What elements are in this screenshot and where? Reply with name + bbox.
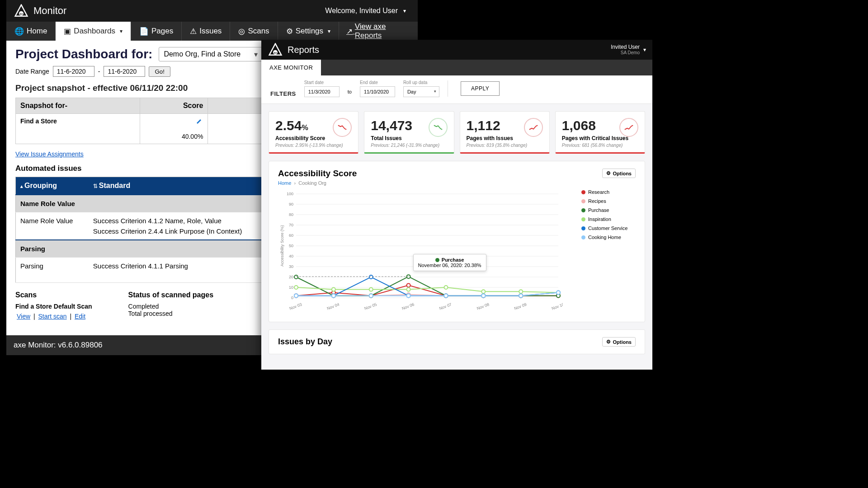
reports-window: ax Reports Invited User SA Demo ▾ AXE MO… [261,40,652,370]
snapshot-score: 40.00% [182,133,203,140]
view-axe-reports-link[interactable]: ↗ View axe Reports [339,22,418,41]
gear-icon: ⚙ [286,27,293,36]
svg-text:20: 20 [289,275,293,279]
svg-point-65 [519,290,523,293]
nav-pages[interactable]: 📄 Pages [131,22,182,41]
kpi-card[interactable]: 1,068Pages with Critical IssuesPrevious:… [555,111,645,154]
breadcrumb-home[interactable]: Home [278,180,291,186]
kpi-row: 2.54%Accessibility ScorePrevious: 2.95% … [261,104,652,161]
svg-text:70: 70 [289,223,293,227]
trend-sparkline-icon [333,118,352,137]
svg-point-80 [481,294,485,297]
chart-tooltip: Purchase November 06, 2020: 20.38% [413,254,486,271]
legend-item[interactable]: Purchase [581,207,636,213]
chevron-down-icon: ▾ [643,47,646,53]
go-button[interactable]: Go! [149,66,170,77]
snapshot-th-name[interactable]: Snapshot for- [16,98,140,114]
svg-point-51 [294,275,298,279]
end-date-label: End date [360,80,395,85]
kpi-card[interactable]: 2.54%Accessibility ScorePrevious: 2.95% … [269,111,359,154]
date-to-label: to [348,89,352,97]
legend-item[interactable]: Recipes [581,198,636,204]
scan-status-heading: Status of scanned pages [128,291,214,299]
reports-header: ax Reports Invited User SA Demo ▾ [261,40,652,60]
nav-dashboards[interactable]: ▣ Dashboards [56,22,131,41]
legend-item[interactable]: Research [581,189,636,195]
view-axe-reports-label: View axe Reports [355,22,410,40]
nav-scans[interactable]: ◎ Scans [230,22,278,41]
legend-item[interactable]: Inspiration [581,216,636,222]
reports-brand: Reports [288,45,319,55]
snapshot-name: Find a Store [16,114,140,144]
nav-issues[interactable]: ⚠ Issues [182,22,230,41]
issues-th-grouping[interactable]: Grouping [16,177,89,195]
svg-text:10: 10 [289,285,293,290]
issues-th-standard[interactable]: Standard [89,177,275,195]
line-chart[interactable]: 0102030405060708090100Nov 03Nov 04Nov 05… [278,189,563,311]
end-date-input[interactable] [360,86,395,97]
ax-logo-icon: ax [268,43,283,56]
welcome-text: Welcome, Invited User [325,7,398,15]
scan-start-link[interactable]: Start scan [38,313,67,320]
legend-dot-icon [581,226,585,230]
monitor-logo: ax Monitor [14,4,66,18]
nav-settings-label: Settings [296,27,323,36]
date-to-input[interactable] [104,66,145,77]
date-from-input[interactable] [53,66,94,77]
start-date-input[interactable] [304,86,340,97]
issues-by-day-title: Issues by Day [278,337,332,347]
svg-text:100: 100 [287,192,293,196]
monitor-header: ax Monitor Welcome, Invited User [6,0,418,22]
rollup-select[interactable]: Day [403,86,439,97]
cell-standard: Success Criterion 4.1.1 Parsing [89,258,275,283]
scans-heading: Scans [15,291,92,299]
welcome-dropdown[interactable]: Welcome, Invited User [325,7,410,15]
date-range-separator: - [98,68,100,75]
svg-point-59 [294,286,298,289]
issues-options-button[interactable]: Options [602,337,636,347]
kpi-previous: Previous: 819 (35.8% change) [467,143,543,148]
legend-item[interactable]: Cooking Home [581,235,636,240]
tab-axe-monitor[interactable]: AXE MONITOR [261,60,321,75]
nav-home[interactable]: 🌐 Home [6,22,56,41]
svg-text:40: 40 [289,254,293,258]
date-range-label: Date Range [15,68,49,75]
legend-item[interactable]: Customer Service [581,225,636,231]
gear-icon [606,339,611,345]
svg-text:50: 50 [289,244,293,248]
svg-text:Nov 03: Nov 03 [289,302,302,311]
project-select[interactable]: Demo Org, Find a Store [159,47,263,61]
svg-text:60: 60 [289,233,293,238]
svg-text:ax: ax [19,12,23,15]
user-org: SA Demo [611,50,640,56]
reports-tabs: AXE MONITOR [261,60,652,75]
cell-grouping: Name Role Value [16,212,89,240]
kpi-card[interactable]: 14,473Total IssuesPrevious: 21,246 (-31.… [364,111,454,154]
svg-text:0: 0 [291,296,293,300]
filter-bar: FILTERS Start date to End date Roll up d… [261,75,652,104]
svg-point-62 [407,288,410,291]
user-menu[interactable]: Invited User SA Demo ▾ [611,44,646,56]
accessibility-score-chart-card: Accessibility Score Home › Cooking Org O… [269,161,645,322]
kpi-card[interactable]: 1,112Pages with IssuesPrevious: 819 (35.… [460,111,550,154]
svg-point-38 [407,283,410,287]
project-select-value: Demo Org, Find a Store [164,50,241,58]
scan-status-total: Total processed [128,310,214,317]
svg-point-75 [294,294,298,297]
snapshot-th-score[interactable]: Score [140,98,208,114]
scan-edit-link[interactable]: Edit [75,313,85,320]
scan-name: Find a Store Default Scan [15,303,92,310]
trend-sparkline-icon [429,118,448,137]
svg-point-76 [332,294,335,297]
globe-icon: 🌐 [14,27,24,36]
scan-view-link[interactable]: View [17,313,30,320]
svg-text:90: 90 [289,202,293,206]
kpi-previous: Previous: 21,246 (-31.9% change) [371,143,447,148]
chart-options-button[interactable]: Options [602,169,636,178]
kpi-previous: Previous: 2.95% (-13.9% change) [275,143,352,148]
cell-grouping: Parsing [16,258,89,283]
filters-label: FILTERS [270,90,296,97]
apply-button[interactable]: APPLY [461,81,500,96]
nav-settings[interactable]: ⚙ Settings [278,22,339,41]
svg-text:30: 30 [289,264,293,269]
